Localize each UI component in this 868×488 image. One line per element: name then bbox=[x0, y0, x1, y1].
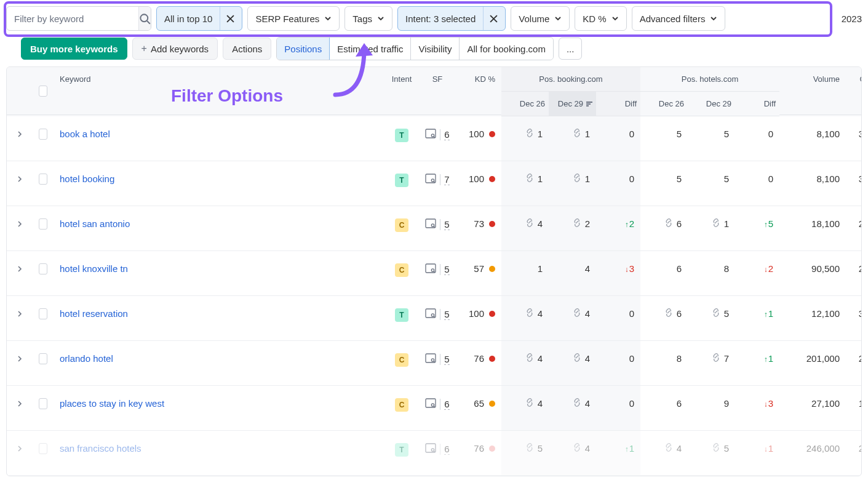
th-hotels-date1[interactable]: Dec 26 bbox=[640, 92, 688, 116]
filter-kd[interactable]: KD % bbox=[575, 6, 626, 31]
kd-dot bbox=[489, 401, 495, 407]
keyword-link[interactable]: book a hotel bbox=[60, 129, 110, 139]
keyword-link[interactable]: hotel knoxville tn bbox=[60, 263, 128, 274]
th-group-hotels-label: Pos. hotels.com bbox=[640, 67, 779, 92]
select-all-checkbox[interactable] bbox=[39, 86, 47, 97]
row-checkbox[interactable] bbox=[39, 263, 47, 274]
row-checkbox[interactable] bbox=[39, 398, 47, 409]
buy-keywords-button[interactable]: Buy more keywords bbox=[21, 38, 127, 60]
row-checkbox[interactable] bbox=[39, 308, 47, 319]
tab-all-for-domain[interactable]: All for booking.com bbox=[460, 38, 553, 60]
link-icon bbox=[711, 308, 721, 319]
keyword-link[interactable]: hotel booking bbox=[60, 174, 114, 184]
sf-cell[interactable]: 6 bbox=[419, 116, 456, 161]
intent-badge: C bbox=[395, 353, 408, 367]
expand-toggle[interactable] bbox=[7, 251, 33, 295]
clear-intent-filter[interactable] bbox=[483, 7, 498, 30]
row-checkbox-cell bbox=[33, 116, 54, 161]
serp-feature-icon bbox=[425, 398, 436, 410]
expand-toggle[interactable] bbox=[7, 206, 33, 250]
th-cpc[interactable]: CPC bbox=[846, 67, 862, 115]
link-icon bbox=[572, 308, 582, 319]
filter-intent[interactable]: Intent: 3 selected bbox=[397, 6, 506, 31]
sf-cell[interactable]: 5 bbox=[419, 296, 456, 340]
row-checkbox[interactable] bbox=[39, 353, 47, 364]
sf-count: 6 bbox=[444, 399, 449, 410]
filter-advanced[interactable]: Advanced filters bbox=[632, 6, 726, 31]
tab-visibility[interactable]: Visibility bbox=[411, 38, 460, 60]
link-icon bbox=[525, 353, 535, 364]
kd-dot bbox=[489, 221, 495, 227]
plus-icon: + bbox=[141, 43, 147, 54]
keyword-link[interactable]: hotel san antonio bbox=[60, 218, 130, 229]
th-checkbox bbox=[33, 67, 54, 115]
th-intent[interactable]: Intent bbox=[384, 67, 419, 115]
pos-hotels-date1: 5 bbox=[640, 116, 688, 161]
sf-cell[interactable]: 5 bbox=[419, 251, 456, 295]
th-volume[interactable]: Volume bbox=[779, 67, 846, 115]
actions-button[interactable]: Actions bbox=[223, 38, 271, 60]
chevron-down-icon bbox=[324, 15, 332, 22]
keyword-search[interactable] bbox=[6, 6, 151, 31]
sf-cell[interactable]: 6 bbox=[419, 431, 456, 475]
clear-top-filter[interactable] bbox=[220, 7, 234, 30]
th-booking-date2[interactable]: Dec 29 bbox=[549, 92, 596, 116]
sf-count: 7 bbox=[444, 174, 449, 185]
filter-volume[interactable]: Volume bbox=[511, 6, 570, 31]
expand-toggle[interactable] bbox=[7, 341, 33, 385]
keyword-link[interactable]: hotel reservation bbox=[60, 308, 128, 319]
tab-estimated-traffic[interactable]: Estimated traffic bbox=[330, 38, 411, 60]
keyword-link[interactable]: orlando hotel bbox=[60, 353, 113, 364]
diff-booking: 0 bbox=[596, 116, 640, 161]
diff-hotels: 0 bbox=[735, 161, 779, 206]
th-keyword[interactable]: Keyword bbox=[54, 67, 384, 115]
expand-toggle[interactable] bbox=[7, 161, 33, 206]
intent-cell: C bbox=[384, 206, 419, 250]
keyword-cell: orlando hotel bbox=[54, 341, 384, 385]
sf-cell[interactable]: 5 bbox=[419, 206, 456, 250]
row-checkbox[interactable] bbox=[39, 443, 47, 454]
link-icon bbox=[572, 353, 582, 364]
th-kd[interactable]: KD % bbox=[456, 67, 501, 115]
keyword-link[interactable]: places to stay in key west bbox=[60, 398, 164, 409]
expand-toggle[interactable] bbox=[7, 296, 33, 340]
sf-count: 6 bbox=[444, 129, 449, 140]
row-checkbox[interactable] bbox=[39, 129, 47, 140]
toolbar: Buy more keywords + Add keywords Actions… bbox=[0, 34, 868, 66]
svg-line-1 bbox=[147, 21, 150, 24]
diff-hotels: ↑1 bbox=[735, 341, 779, 385]
keyword-link[interactable]: san francisco hotels bbox=[60, 443, 141, 454]
sf-cell[interactable]: 5 bbox=[419, 341, 456, 385]
add-keywords-button[interactable]: + Add keywords bbox=[132, 38, 218, 60]
filter-tags[interactable]: Tags bbox=[344, 6, 392, 31]
filter-top-positions[interactable]: All in top 10 bbox=[156, 6, 242, 31]
filter-serp-features[interactable]: SERP Features bbox=[247, 6, 340, 31]
th-sf[interactable]: SF bbox=[419, 67, 456, 115]
svg-line-7 bbox=[434, 182, 435, 183]
keyword-cell: book a hotel bbox=[54, 116, 384, 161]
cpc-cell: 2.24 bbox=[846, 341, 862, 385]
expand-toggle[interactable] bbox=[7, 386, 33, 430]
diff-booking: ↑2 bbox=[596, 206, 640, 250]
serp-feature-icon bbox=[425, 353, 436, 365]
expand-toggle[interactable] bbox=[7, 431, 33, 475]
tab-positions[interactable]: Positions bbox=[277, 38, 330, 60]
search-input[interactable] bbox=[7, 14, 138, 24]
search-button[interactable] bbox=[138, 7, 151, 30]
row-checkbox[interactable] bbox=[39, 174, 47, 185]
chevron-down-icon bbox=[611, 15, 619, 22]
th-booking-date1[interactable]: Dec 26 bbox=[501, 92, 549, 116]
expand-toggle[interactable] bbox=[7, 116, 33, 161]
sf-cell[interactable]: 7 bbox=[419, 161, 456, 206]
filter-bar: All in top 10 SERP Features Tags Intent:… bbox=[6, 6, 862, 31]
th-hotels-date2[interactable]: Dec 29 bbox=[688, 92, 735, 116]
svg-line-4 bbox=[434, 137, 435, 138]
pos-hotels-date1: 6 bbox=[640, 251, 688, 295]
sf-cell[interactable]: 6 bbox=[419, 386, 456, 430]
row-checkbox[interactable] bbox=[39, 218, 47, 230]
volume-cell: 90,500 bbox=[779, 251, 846, 295]
th-booking-diff[interactable]: Diff bbox=[596, 92, 640, 116]
more-views-button[interactable]: ... bbox=[559, 38, 583, 60]
cpc-cell: 2.65 bbox=[846, 431, 862, 475]
th-hotels-diff[interactable]: Diff bbox=[735, 92, 779, 116]
